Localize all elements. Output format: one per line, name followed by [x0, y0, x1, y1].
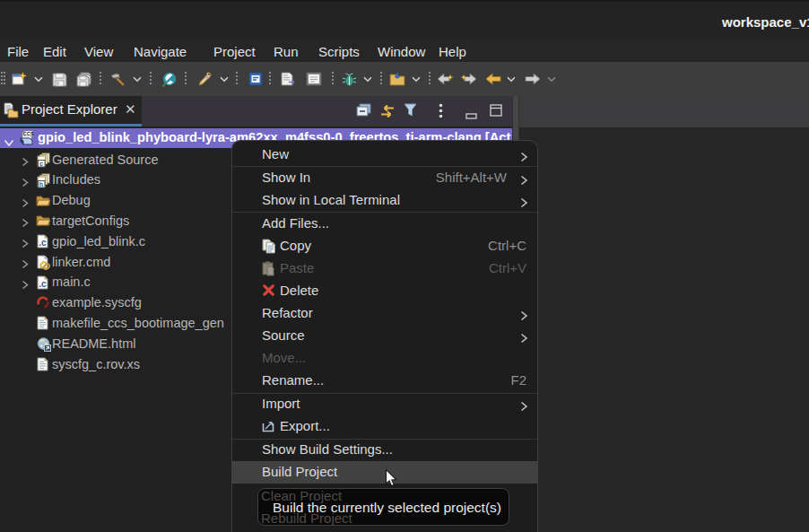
svg-text:c: c [39, 161, 43, 167]
svg-text:h: h [39, 181, 43, 188]
svg-text:CCS: CCS [23, 131, 34, 136]
svg-text:.c: .c [39, 238, 47, 248]
svg-text:.c: .c [39, 279, 47, 289]
